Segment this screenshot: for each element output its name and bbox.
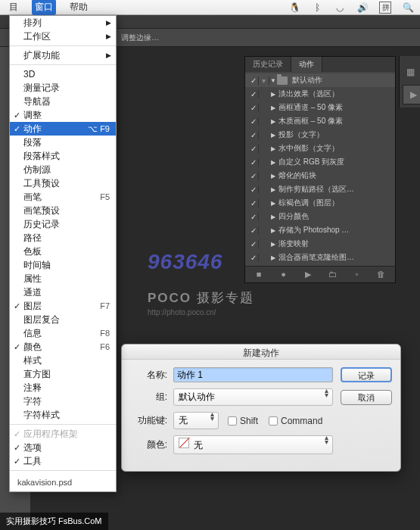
menu-tool-presets[interactable]: 工具预设 [10, 176, 116, 190]
new-action-icon[interactable]: ▫ [350, 270, 363, 279]
color-select[interactable]: 无 [173, 435, 333, 454]
wifi-icon[interactable]: ◡ [334, 2, 346, 13]
menu-navigator[interactable]: 导航器 [10, 95, 116, 108]
watermark-number: 963646 [148, 250, 222, 274]
mac-menubar: 目 窗口 帮助 🐧 ᛒ ◡ 🔊 拼 🔍 [0, 0, 420, 15]
ime-indicator[interactable]: 拼 [379, 2, 391, 14]
action-row[interactable]: ✓▶自定义 RGB 到灰度 [245, 155, 395, 169]
menu-paragraph-styles[interactable]: 段落样式 [10, 149, 116, 163]
footer-watermark: 实用摄影技巧 FsBus.CoM [0, 513, 108, 530]
menu-truncated[interactable]: 目 [6, 0, 21, 15]
dialog-title: 新建动作 [122, 344, 400, 360]
right-dock-strip: ▦ ▶ [399, 56, 420, 108]
menu-options[interactable]: ✓选项 [10, 441, 116, 454]
action-row[interactable]: ✓▾▼默认动作 [245, 73, 395, 87]
menu-swatches[interactable]: 色板 [10, 245, 116, 258]
cancel-button[interactable]: 取消 [341, 390, 392, 405]
menu-arrange[interactable]: 排列 [10, 16, 116, 30]
window-menu-dropdown: 排列 工作区 扩展功能 3D 测量记录 导航器 ✓调整 ✓动作⌥ F9 段落 段… [9, 15, 117, 492]
menu-workspace[interactable]: 工作区 [10, 30, 116, 43]
set-label: 组: [131, 391, 167, 404]
fkey-label: 功能键: [131, 414, 167, 427]
menu-color[interactable]: ✓颜色F6 [10, 340, 116, 354]
tab-history[interactable]: 历史记录 [245, 57, 291, 72]
menu-timeline[interactable]: 时间轴 [10, 258, 116, 272]
action-row[interactable]: ✓▶渐变映射 [245, 237, 395, 251]
menu-properties[interactable]: 属性 [10, 272, 116, 285]
action-name-input[interactable] [173, 367, 333, 382]
action-row[interactable]: ✓▶淡出效果（选区） [245, 87, 395, 101]
menu-paragraph[interactable]: 段落 [10, 136, 116, 149]
menu-window[interactable]: 窗口 [32, 0, 56, 15]
menu-layers[interactable]: ✓图层F7 [10, 299, 116, 313]
menu-tools[interactable]: ✓工具 [10, 454, 116, 468]
new-set-icon[interactable]: 🗀 [325, 270, 339, 279]
volume-icon[interactable]: 🔊 [356, 2, 369, 13]
command-checkbox[interactable]: Command [269, 416, 322, 426]
record-icon[interactable]: ● [276, 270, 290, 279]
new-action-dialog: 新建动作 名称: 组: 默认动作 功能键: 无 Shift Command 颜色… [121, 344, 401, 472]
menu-extensions[interactable]: 扩展功能 [10, 48, 116, 62]
refine-edge-button[interactable]: 调整边缘… [121, 33, 159, 43]
watermark-brand: POCO 摄影专题 http://photo.poco.cn/ [148, 289, 254, 316]
set-select[interactable]: 默认动作 [173, 388, 333, 406]
play-icon[interactable]: ▶ [301, 270, 315, 279]
color-swatches-icon[interactable]: ▦ [400, 62, 420, 82]
stop-icon[interactable]: ■ [252, 270, 266, 279]
color-label: 颜色: [131, 438, 167, 451]
qq-icon[interactable]: 🐧 [288, 2, 300, 13]
action-row[interactable]: ✓▶画框通道 – 50 像素 [245, 101, 395, 114]
record-button[interactable]: 记录 [341, 367, 392, 382]
menu-notes[interactable]: 注释 [10, 381, 116, 394]
bluetooth-icon[interactable]: ᛒ [311, 2, 323, 13]
menu-info[interactable]: 信息F8 [10, 326, 116, 340]
actions-panel: 历史记录 动作 ✓▾▼默认动作✓▶淡出效果（选区）✓▶画框通道 – 50 像素✓… [244, 56, 396, 283]
menu-character[interactable]: 字符 [10, 394, 116, 408]
menu-brush-presets[interactable]: 画笔预设 [10, 204, 116, 217]
menu-history[interactable]: 历史记录 [10, 217, 116, 231]
fkey-select[interactable]: 无 [173, 412, 219, 429]
menu-paths[interactable]: 路径 [10, 231, 116, 245]
menu-histogram[interactable]: 直方图 [10, 367, 116, 381]
name-label: 名称: [131, 369, 167, 382]
action-row[interactable]: ✓▶制作剪贴路径（选区… [245, 182, 395, 196]
menu-char-styles[interactable]: 字符样式 [10, 408, 116, 422]
spotlight-icon[interactable]: 🔍 [402, 2, 414, 13]
none-swatch-icon [179, 438, 189, 448]
menu-adjustments[interactable]: ✓调整 [10, 108, 116, 122]
action-row[interactable]: ✓▶投影（文字） [245, 128, 395, 142]
folder-icon [277, 76, 288, 85]
menu-document-name[interactable]: kakavision.psd [10, 473, 116, 491]
menu-app-frame[interactable]: ✓应用程序框架 [10, 427, 116, 441]
action-row[interactable]: ✓▶存储为 Photoshop … [245, 223, 395, 237]
action-row[interactable]: ✓▶棕褐色调（图层） [245, 196, 395, 210]
action-row[interactable]: ✓▶混合器画笔克隆绘图… [245, 251, 395, 264]
menu-3d[interactable]: 3D [10, 67, 116, 81]
menu-styles[interactable]: 样式 [10, 354, 116, 367]
action-row[interactable]: ✓▶熔化的铅块 [245, 169, 395, 182]
actions-panel-toolbar: ■ ● ▶ 🗀 ▫ 🗑 [245, 266, 395, 282]
action-row[interactable]: ✓▶木质画框 – 50 像素 [245, 114, 395, 128]
shift-checkbox[interactable]: Shift [228, 416, 258, 426]
trash-icon[interactable]: 🗑 [375, 270, 388, 279]
menu-channels[interactable]: 通道 [10, 285, 116, 299]
menu-help[interactable]: 帮助 [67, 0, 91, 15]
tab-actions[interactable]: 动作 [291, 57, 322, 72]
action-row[interactable]: ✓▶水中倒影（文字） [245, 142, 395, 155]
menu-actions[interactable]: ✓动作⌥ F9 [10, 122, 116, 136]
actions-list: ✓▾▼默认动作✓▶淡出效果（选区）✓▶画框通道 – 50 像素✓▶木质画框 – … [245, 72, 395, 266]
menu-clone-source[interactable]: 仿制源 [10, 163, 116, 176]
menu-brush[interactable]: 画笔F5 [10, 190, 116, 204]
menu-measure-log[interactable]: 测量记录 [10, 81, 116, 95]
actions-play-icon[interactable]: ▶ [403, 85, 420, 104]
menu-layer-comps[interactable]: 图层复合 [10, 313, 116, 326]
action-row[interactable]: ✓▶四分颜色 [245, 210, 395, 223]
